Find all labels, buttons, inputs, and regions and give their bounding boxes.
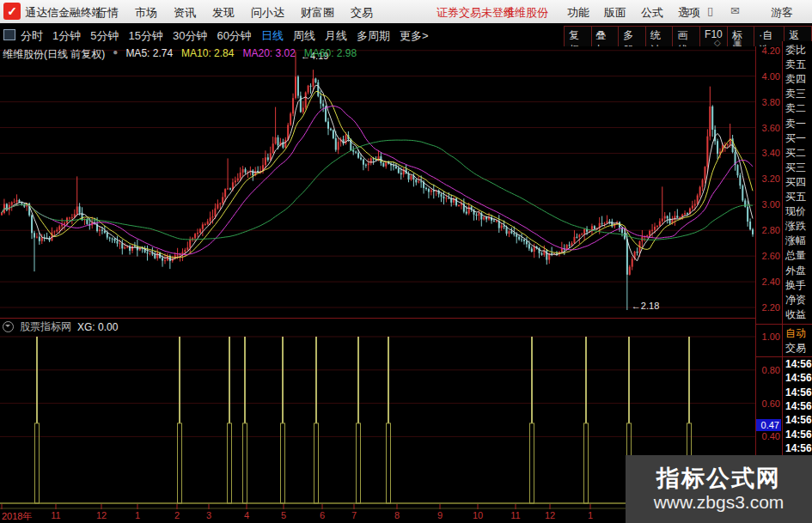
- period-tab-3[interactable]: 15分钟: [128, 28, 162, 44]
- month-label-0: 2018年: [2, 510, 32, 523]
- quote-row-16: 换手: [785, 278, 806, 293]
- period-tab-1[interactable]: 1分钟: [52, 28, 81, 44]
- month-label-8: 6: [320, 510, 325, 520]
- candlestick-chart[interactable]: ←4.19←2.18: [0, 47, 755, 318]
- menu-item-6[interactable]: 交易: [351, 5, 373, 21]
- collapse-indicator-icon[interactable]: [3, 321, 14, 332]
- trade-button[interactable]: 交易: [785, 341, 806, 356]
- price-tick: 3.20: [762, 173, 780, 184]
- month-label-11: 9: [437, 510, 443, 520]
- month-label-4: 2: [174, 510, 180, 520]
- indicator-value: XG: 0.00: [77, 321, 118, 333]
- price-tick: 3.40: [762, 148, 780, 158]
- quote-row-5: 卖一: [785, 117, 806, 131]
- quote-row-10: 买五: [785, 190, 806, 204]
- quote-row-7: 买二: [785, 146, 806, 161]
- current-stock-name[interactable]: 维维股份: [504, 5, 548, 21]
- tdx-terminal-window: ✓ 通达信金融终端 行情市场资讯发现问小达财富圈交易 证券交易未登录 维维股份 …: [0, 0, 812, 523]
- period-tab-4[interactable]: 30分钟: [173, 28, 207, 44]
- price-tick: 2.40: [762, 277, 780, 287]
- month-label-14: 12: [545, 510, 555, 520]
- period-tab-5[interactable]: 60分钟: [217, 28, 251, 44]
- signal-tick: 0.40: [762, 431, 780, 441]
- tick-time-4: 14:56: [785, 414, 812, 426]
- quote-row-1: 卖五: [785, 58, 806, 72]
- app-logo-icon: ✓: [3, 3, 21, 20]
- quote-row-4: 卖二: [785, 101, 806, 116]
- cursor-value-badge: 0.47: [756, 419, 781, 431]
- app-name: 通达信金融终端: [25, 5, 103, 21]
- month-label-12: 10: [473, 510, 483, 520]
- window-layout-icon[interactable]: [3, 29, 15, 40]
- user-label[interactable]: 游客: [771, 5, 793, 21]
- menu-item-1[interactable]: 市场: [135, 5, 157, 21]
- auto-button[interactable]: 自动: [785, 326, 806, 341]
- title-bar: ✓ 通达信金融终端 行情市场资讯发现问小达财富圈交易 证券交易未登录 维维股份 …: [0, 0, 812, 24]
- tick-time-2: 14:56: [785, 386, 812, 398]
- quote-row-11: 现价: [785, 204, 806, 219]
- price-tick: 4.00: [762, 71, 780, 82]
- phone-icon[interactable]: ▯: [707, 4, 713, 17]
- tick-time-0: 14:56: [785, 358, 812, 370]
- quote-row-2: 卖四: [785, 72, 806, 87]
- svg-text:←4.19: ←4.19: [301, 51, 328, 61]
- menu-item-5[interactable]: 财富圈: [301, 5, 334, 21]
- menu-item-0[interactable]: 行情: [96, 5, 119, 21]
- month-label-9: 7: [351, 510, 357, 520]
- price-tick: 2.80: [762, 225, 780, 235]
- period-tab-10[interactable]: 更多>: [400, 28, 429, 44]
- price-tick: 3.60: [762, 123, 780, 133]
- right-menu-item-0[interactable]: 功能: [567, 5, 589, 21]
- indicator-title: 股票指标网: [20, 319, 71, 334]
- mail-icon[interactable]: ✉: [730, 4, 740, 17]
- quote-row-17: 净资: [785, 293, 806, 307]
- period-tab-8[interactable]: 月线: [325, 28, 347, 44]
- price-tick: 2.20: [762, 302, 780, 313]
- quote-row-9: 买四: [785, 175, 806, 190]
- refresh-icon[interactable]: ↻: [681, 4, 690, 17]
- period-tab-7[interactable]: 周线: [293, 28, 315, 44]
- right-menu-item-2[interactable]: 公式: [641, 5, 663, 21]
- quote-row-15: 外盘: [785, 264, 806, 278]
- period-tab-2[interactable]: 5分钟: [90, 28, 119, 44]
- quote-row-18: 收益: [785, 307, 806, 322]
- tick-time-6: 14:56: [785, 442, 812, 454]
- quote-row-8: 买三: [785, 161, 806, 175]
- quote-row-6: 买一: [785, 131, 806, 146]
- period-tabs: 分时1分钟5分钟15分钟30分钟60分钟日线周线月线多周期更多>: [21, 28, 428, 44]
- month-label-1: 11: [51, 510, 60, 520]
- period-tab-9[interactable]: 多周期: [357, 28, 390, 44]
- tick-time-1: 14:56: [785, 372, 812, 384]
- month-label-13: 11: [510, 510, 520, 520]
- watermark-url: www.zbgs3.com: [654, 491, 785, 514]
- signal-tick: 1.00: [762, 331, 780, 342]
- chart-region: 维维股份(日线 前复权) ● MA5: 2.74MA10: 2.84MA20: …: [0, 46, 756, 523]
- month-label-15: 1: [588, 510, 593, 520]
- signal-tick: 0.80: [762, 365, 780, 375]
- price-tick: 2.60: [762, 251, 780, 261]
- month-label-6: 4: [244, 510, 249, 520]
- svg-text:←2.18: ←2.18: [632, 301, 659, 311]
- tick-time-5: 14:56: [785, 429, 812, 441]
- price-axis: 4.204.003.803.603.403.203.002.802.602.40…: [756, 46, 782, 523]
- price-tick: 4.20: [762, 46, 780, 56]
- indicator-header: 股票指标网 XG: 0.00: [0, 318, 755, 335]
- period-tab-0[interactable]: 分时: [21, 28, 43, 44]
- price-tick: 3.80: [762, 97, 780, 107]
- month-label-7: 5: [281, 510, 286, 520]
- month-label-5: 3: [206, 510, 211, 520]
- watermark: 指标公式网 www.zbgs3.com: [626, 455, 812, 523]
- period-tab-6[interactable]: 日线: [261, 28, 284, 44]
- month-label-2: 12: [96, 510, 107, 520]
- quote-row-13: 涨幅: [785, 234, 806, 248]
- quote-row-12: 涨跌: [785, 219, 806, 234]
- quote-row-0: 委比: [785, 43, 806, 58]
- quote-row-3: 卖三: [785, 87, 806, 101]
- period-toolbar: 分时1分钟5分钟15分钟30分钟60分钟日线周线月线多周期更多> 复权叠加多股统…: [0, 23, 812, 47]
- sidebar-divider: [756, 324, 812, 325]
- menu-item-3[interactable]: 发现: [212, 5, 235, 21]
- menu-item-2[interactable]: 资讯: [174, 5, 196, 21]
- quote-row-14: 总量: [785, 248, 806, 263]
- menu-item-4[interactable]: 问小达: [251, 5, 284, 21]
- right-menu-item-1[interactable]: 版面: [604, 5, 626, 21]
